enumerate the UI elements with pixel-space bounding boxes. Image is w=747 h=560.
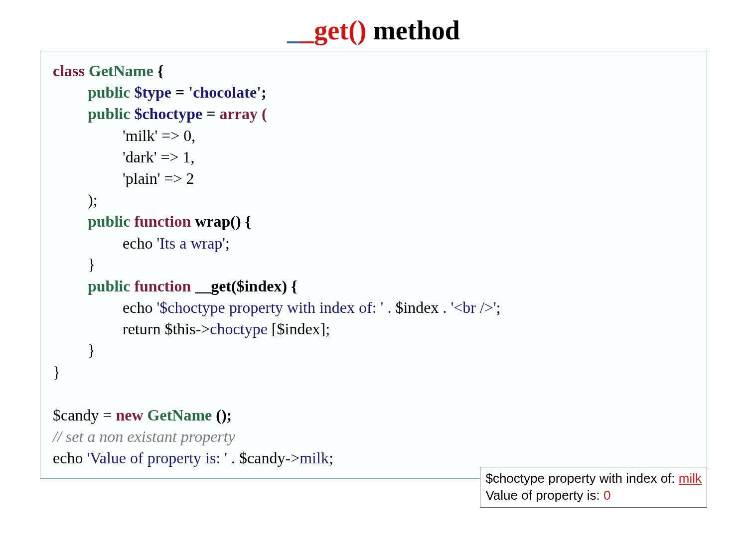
code-line: public function wrap() {	[53, 211, 694, 232]
code-comment: // set a non existant property	[53, 426, 694, 447]
title-underscore-1: _	[287, 15, 300, 45]
slide: __get() method class GetName { public $t…	[0, 0, 747, 560]
title-get: get()	[314, 15, 366, 45]
code-line: $candy = new GetName ();	[53, 405, 694, 426]
output-line-2: Value of property is: 0	[485, 487, 702, 504]
code-line: }	[53, 254, 694, 276]
code-line: 'milk' => 0,	[53, 125, 694, 146]
code-line: );	[53, 189, 694, 211]
code-line: echo 'Its a wrap';	[53, 233, 694, 254]
title-underscore-2: _	[300, 15, 314, 45]
code-line: echo '$choctype property with index of: …	[53, 297, 694, 318]
code-line: 'dark' => 1,	[53, 146, 694, 168]
code-block: class GetName { public $type = 'chocolat…	[40, 51, 707, 479]
code-line	[53, 383, 694, 405]
output-line-1: $choctype property with index of: milk	[485, 470, 702, 487]
code-line: return $this->choctype [$index];	[53, 318, 694, 340]
slide-title: __get() method	[0, 15, 747, 46]
code-line: echo 'Value of property is: ' . $candy->…	[53, 447, 694, 469]
code-line: }	[53, 340, 694, 361]
code-line: 'plain' => 2	[53, 168, 694, 189]
code-line: public function __get($index) {	[53, 276, 694, 297]
code-line: }	[53, 362, 694, 383]
title-method: method	[366, 15, 460, 45]
code-line: public $type = 'chocolate';	[53, 82, 694, 103]
code-line: public $choctype = array (	[53, 103, 694, 125]
code-line: class GetName {	[53, 60, 694, 82]
output-box: $choctype property with index of: milk V…	[480, 467, 707, 508]
